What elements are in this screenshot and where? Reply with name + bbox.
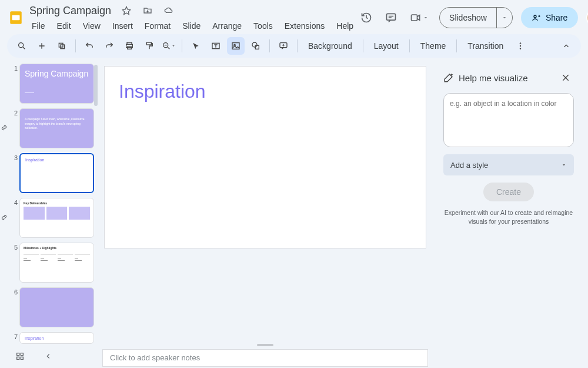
svg-point-21 [520,48,521,49]
slide-canvas[interactable]: Inspiration [104,66,426,248]
menu-edit[interactable]: Edit [52,19,76,33]
menu-view[interactable]: View [78,19,105,33]
close-icon[interactable] [557,69,574,86]
panel-hint: Experiment with our AI to create and rei… [443,208,574,226]
new-slide-icon[interactable] [33,37,51,55]
slide-thumbnails: 1 Spring Campaign ▬▬▬▬ 2 A campaign full… [0,61,99,368]
menu-help[interactable]: Help [332,19,358,33]
svg-rect-1 [12,15,20,21]
thumb-number: 7 [11,332,18,344]
menu-insert[interactable]: Insert [108,19,138,33]
collapse-toolbar-icon[interactable] [557,37,575,55]
visualize-prompt-input[interactable] [443,93,574,147]
templates-icon[interactable] [53,37,71,55]
slide-thumb-3[interactable]: Inspiration [19,153,94,193]
slide-thumb-7[interactable]: Inspiration [19,332,94,344]
theme-button[interactable]: Theme [415,37,452,55]
menu-slide[interactable]: Slide [178,19,205,33]
slide-heading[interactable]: Inspiration [119,81,206,102]
transition-button[interactable]: Transition [462,37,509,55]
slide-thumb-5[interactable]: Milestones + Highlights ▬▬▬▬▬▬▬▬▬▬▬▬▬▬▬▬… [19,243,94,283]
menu-format[interactable]: Format [140,19,175,33]
slide-thumb-4[interactable]: Key Deliverables [19,198,94,238]
menu-arrange[interactable]: Arrange [208,19,246,33]
svg-rect-11 [146,42,151,45]
style-label: Add a style [450,161,488,170]
more-icon[interactable] [512,37,529,55]
print-icon[interactable] [121,37,138,55]
scrollbar[interactable] [94,65,98,106]
svg-point-5 [19,43,24,48]
image-icon[interactable] [227,37,245,55]
cloud-icon[interactable] [161,2,177,19]
thumb-number: 5 [11,243,18,283]
svg-rect-2 [387,14,396,20]
svg-rect-14 [232,43,239,49]
search-icon[interactable] [13,37,31,55]
svg-rect-17 [255,45,259,49]
chevron-down-icon [561,162,567,168]
svg-rect-25 [21,357,23,359]
slide-thumb-6[interactable] [19,287,94,327]
svg-rect-3 [412,15,417,21]
background-button[interactable]: Background [302,37,358,55]
slide-thumb-1[interactable]: Spring Campaign ▬▬▬▬ [19,64,94,104]
svg-rect-7 [61,45,65,49]
svg-rect-22 [17,353,19,356]
thumb-number: 2 [11,108,18,148]
thumb-number: 6 [11,287,18,327]
paint-format-icon[interactable] [141,37,158,55]
svg-rect-10 [128,47,132,49]
link-icon [0,124,8,132]
grid-view-icon[interactable] [12,348,28,364]
thumb-number: 3 [11,153,18,193]
layout-button[interactable]: Layout [368,37,405,55]
svg-rect-23 [21,353,23,356]
svg-rect-6 [59,43,63,47]
redo-icon[interactable] [101,37,118,55]
thumb-number: 4 [11,198,18,238]
select-icon[interactable] [187,37,205,55]
slideshow-dropdown[interactable] [497,8,512,28]
chevron-left-icon[interactable] [40,348,56,364]
star-icon[interactable] [118,2,135,19]
zoom-icon[interactable] [161,37,177,55]
thumb-number: 1 [11,64,18,104]
slideshow-label[interactable]: Slideshow [440,8,497,28]
comments-icon[interactable] [383,9,399,26]
help-visualize-panel: Help me visualize Add a style Create Exp… [435,61,582,362]
shape-icon[interactable] [247,37,265,55]
share-label: Share [546,13,567,22]
menu-extensions[interactable]: Extensions [280,19,329,33]
create-button: Create [483,183,534,201]
pencil-sparkle-icon [443,72,454,83]
textbox-icon[interactable] [207,37,225,55]
svg-point-4 [534,15,536,18]
history-icon[interactable] [358,9,375,26]
menu-tools[interactable]: Tools [249,19,278,33]
svg-point-19 [520,42,521,44]
slides-logo[interactable] [8,7,24,28]
svg-point-16 [252,42,257,47]
link-icon [0,213,8,221]
toolbar: Background Layout Theme Transition [7,34,581,58]
svg-point-20 [520,45,521,47]
share-button[interactable]: Share [521,7,578,28]
menu-file[interactable]: File [27,19,50,33]
slide-thumb-2[interactable]: A campaign full of fresh, whimsical, ill… [19,108,94,148]
slideshow-button[interactable]: Slideshow [439,7,513,28]
panel-title: Help me visualize [459,73,528,83]
undo-icon[interactable] [81,37,98,55]
meet-icon[interactable] [407,9,431,26]
style-dropdown[interactable]: Add a style [443,154,574,175]
comment-add-icon[interactable] [275,37,292,55]
move-icon[interactable] [139,2,156,19]
doc-title[interactable]: Spring Campaign [27,4,113,18]
svg-rect-24 [17,357,19,359]
